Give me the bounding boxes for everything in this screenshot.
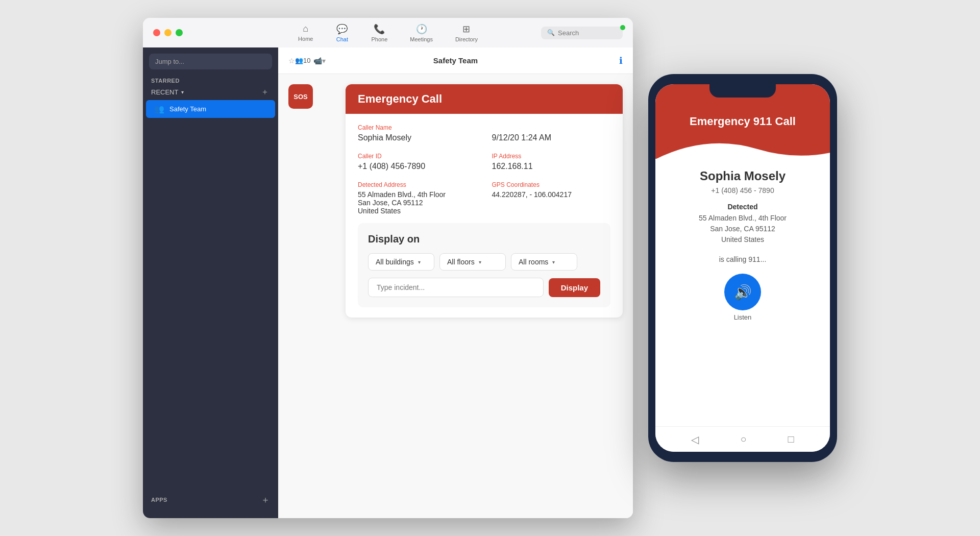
apps-label: APPS	[151, 497, 167, 503]
caller-id-value: +1 (408) 456-7890	[358, 162, 477, 171]
video-dropdown-icon[interactable]: ▾	[322, 57, 326, 65]
meetings-icon: 🕐	[416, 23, 427, 35]
star-icon[interactable]: ☆	[288, 57, 295, 65]
group-icon: 👥	[154, 104, 164, 114]
recent-row: RECENT ▾ ＋	[143, 87, 278, 97]
channel-title: Safety Team	[433, 56, 478, 65]
sidebar-bottom: APPS ＋	[143, 488, 278, 512]
emergency-card: Emergency Call Caller Name Sophia Mosely…	[346, 84, 623, 318]
listen-icon: 🔊	[734, 284, 752, 301]
sidebar-item-safety-team[interactable]: 👥 Safety Team	[146, 100, 275, 118]
phone-screen: Emergency 911 Call Sophia Mosely +1 (408…	[655, 84, 830, 452]
phone-listen-label: Listen	[734, 313, 752, 321]
phone-address-line2: San Jose, CA 95112	[710, 225, 775, 233]
emergency-header: Emergency Call	[346, 84, 623, 114]
add-recent-button[interactable]: ＋	[260, 87, 270, 97]
phone-device: Emergency 911 Call Sophia Mosely +1 (408…	[648, 74, 837, 462]
chat-header: ☆ 👥 10 📹 ▾ Safety Team ℹ	[278, 47, 633, 74]
buildings-dropdown[interactable]: All buildings ▾	[368, 253, 434, 271]
recent-arrow-icon: ▾	[181, 89, 184, 95]
members-count: 10	[303, 57, 310, 64]
add-apps-button[interactable]: ＋	[261, 494, 270, 506]
info-grid: Caller Name Sophia Mosely 9/12/20 1:24 A…	[358, 124, 610, 215]
sos-avatar: SOS	[288, 84, 313, 109]
phone-address: 55 Almaden Blvd., 4th Floor San Jose, CA…	[699, 213, 787, 245]
sidebar: Jump to... STARRED RECENT ▾ ＋ 👥 Safety T…	[143, 47, 278, 518]
caller-name-value: Sophia Mosely	[358, 133, 477, 142]
phone-notch	[709, 84, 776, 98]
tab-meetings[interactable]: 🕐 Meetings	[399, 19, 444, 46]
recents-nav-icon[interactable]: □	[788, 433, 794, 445]
recent-label: RECENT	[151, 88, 178, 96]
minimize-button[interactable]	[164, 29, 172, 36]
ip-block: IP Address 162.168.11	[492, 153, 611, 171]
info-icon[interactable]: ℹ	[619, 55, 623, 66]
mac-app-window: ⌂ Home 💬 Chat 📞 Phone 🕐 Meetings ⊞ Direc…	[143, 18, 633, 518]
home-icon: ⌂	[303, 23, 308, 34]
tab-home[interactable]: ⌂ Home	[287, 19, 324, 46]
back-icon[interactable]: ◁	[691, 433, 699, 446]
listen-button[interactable]: 🔊	[724, 274, 761, 310]
main-content: Jump to... STARRED RECENT ▾ ＋ 👥 Safety T…	[143, 47, 633, 518]
traffic-lights	[153, 29, 183, 36]
tab-meetings-label: Meetings	[410, 36, 433, 42]
online-status-indicator	[620, 25, 625, 30]
chat-area: ☆ 👥 10 📹 ▾ Safety Team ℹ SOS Emergency C…	[278, 47, 633, 518]
nav-tabs: ⌂ Home 💬 Chat 📞 Phone 🕐 Meetings ⊞ Direc…	[287, 19, 489, 46]
phone-calling-text: is calling 911...	[719, 255, 767, 263]
phone-caller-name: Sophia Mosely	[700, 169, 786, 183]
sidebar-item-label: Safety Team	[169, 105, 206, 113]
close-button[interactable]	[153, 29, 160, 36]
fullscreen-button[interactable]	[176, 29, 183, 36]
timestamp-block: 9/12/20 1:24 AM	[492, 124, 611, 142]
floors-dropdown-arrow-icon: ▾	[479, 259, 481, 265]
buildings-dropdown-arrow-icon: ▾	[418, 259, 421, 265]
rooms-dropdown[interactable]: All rooms ▾	[511, 253, 577, 271]
directory-icon: ⊞	[462, 23, 470, 35]
tab-directory-label: Directory	[455, 36, 478, 42]
tab-directory[interactable]: ⊞ Directory	[444, 19, 489, 46]
tab-chat-label: Chat	[336, 36, 348, 42]
address-label: Detected Address	[358, 181, 477, 188]
emergency-title: Emergency Call	[358, 92, 442, 105]
tab-chat[interactable]: 💬 Chat	[324, 19, 360, 46]
address-value: 55 Almaden Blvd., 4th Floor San Jose, CA…	[358, 190, 477, 215]
search-input[interactable]	[558, 29, 617, 37]
display-button[interactable]: Display	[549, 278, 600, 297]
address-line2: San Jose, CA 95112	[358, 199, 423, 207]
phone-address-line1: 55 Almaden Blvd., 4th Floor	[699, 214, 787, 222]
tab-phone-label: Phone	[371, 36, 387, 42]
phone-address-line3: United States	[721, 235, 764, 243]
address-block: Detected Address 55 Almaden Blvd., 4th F…	[358, 181, 477, 215]
tab-home-label: Home	[298, 36, 313, 42]
dropdowns-row: All buildings ▾ All floors ▾ All rooms	[368, 253, 600, 271]
phone-icon: 📞	[374, 23, 385, 35]
phone-body: Sophia Mosely +1 (408) 456 - 7890 Detect…	[655, 159, 830, 426]
floors-dropdown[interactable]: All floors ▾	[439, 253, 506, 271]
gps-value: 44.220287, - 106.004217	[492, 190, 611, 199]
emergency-body: Caller Name Sophia Mosely 9/12/20 1:24 A…	[346, 114, 623, 318]
rooms-dropdown-arrow-icon: ▾	[552, 259, 555, 265]
rooms-label: All rooms	[519, 258, 548, 266]
chat-header-inner: ☆ 👥 10 📹 ▾ Safety Team ℹ	[288, 55, 623, 66]
ip-value: 162.168.11	[492, 162, 611, 171]
phone-emergency-title: Emergency 911 Call	[668, 115, 818, 128]
title-bar: ⌂ Home 💬 Chat 📞 Phone 🕐 Meetings ⊞ Direc…	[143, 18, 633, 47]
buildings-label: All buildings	[376, 258, 414, 266]
incident-input[interactable]	[368, 278, 544, 297]
display-on-title: Display on	[368, 233, 600, 245]
phone-caller-number: +1 (408) 456 - 7890	[711, 186, 774, 194]
search-icon: 🔍	[547, 29, 555, 36]
phone-wave-divider	[655, 134, 830, 159]
incident-row: Display	[368, 278, 600, 297]
address-line1: 55 Almaden Blvd., 4th Floor	[358, 190, 446, 199]
video-icon[interactable]: 📹	[313, 57, 322, 65]
search-bar[interactable]: 🔍	[541, 27, 623, 39]
chat-icon: 💬	[336, 23, 348, 35]
tab-phone[interactable]: 📞 Phone	[360, 19, 399, 46]
timestamp-value: 9/12/20 1:24 AM	[492, 133, 611, 142]
home-nav-icon[interactable]: ○	[740, 433, 746, 445]
caller-name-label: Caller Name	[358, 124, 477, 131]
caller-id-block: Caller ID +1 (408) 456-7890	[358, 153, 477, 171]
jump-to-input[interactable]: Jump to...	[149, 54, 272, 69]
